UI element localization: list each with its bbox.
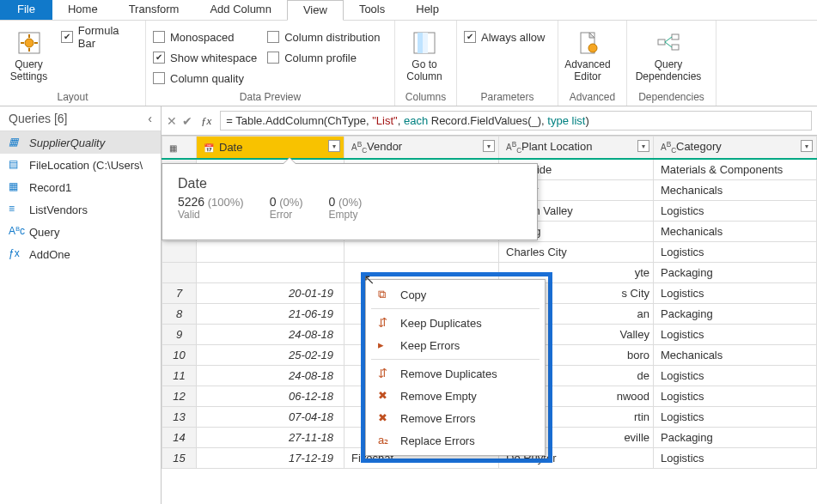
cell-category[interactable]: Mechanicals bbox=[654, 222, 817, 242]
monospaced-label: Monospaced bbox=[170, 31, 234, 44]
cell-category[interactable]: Packaging bbox=[654, 428, 817, 448]
quality-checkbox[interactable]: Column quality bbox=[153, 69, 257, 88]
cancel-formula-icon[interactable]: ✕ bbox=[167, 114, 177, 128]
gear-icon bbox=[15, 29, 43, 57]
row-number: 14 bbox=[162, 428, 197, 448]
cell-date[interactable]: 06-12-18 bbox=[197, 386, 344, 407]
menu-home[interactable]: Home bbox=[52, 0, 113, 20]
cell-plant[interactable]: Charles City bbox=[499, 242, 654, 263]
context-replace-errors[interactable]: a₂Replace Errors bbox=[366, 429, 545, 452]
fx-icon[interactable]: ƒx bbox=[196, 114, 216, 128]
query-item-4[interactable]: AᴮcQuery bbox=[0, 221, 161, 243]
monospaced-checkbox[interactable]: Monospaced bbox=[153, 27, 257, 46]
cell-category[interactable]: Logistics bbox=[654, 325, 817, 345]
context-remove-errors[interactable]: ✖Remove Errors bbox=[366, 407, 545, 429]
cell-category[interactable]: Mechanicals bbox=[654, 180, 817, 201]
menu-transform[interactable]: Transform bbox=[113, 0, 195, 20]
profile-checkbox[interactable]: Column profile bbox=[267, 48, 380, 67]
filter-dropdown-icon[interactable]: ▾ bbox=[483, 140, 495, 152]
column-header-category[interactable]: ABCCategory▾ bbox=[654, 137, 817, 160]
distribution-label: Column distribution bbox=[284, 31, 380, 44]
cell-category[interactable]: Logistics bbox=[654, 407, 817, 428]
row-number: 11 bbox=[162, 366, 197, 386]
cell-vendor[interactable] bbox=[344, 242, 499, 263]
row-header[interactable]: ▦ bbox=[162, 137, 197, 160]
date-type-icon: 📅 bbox=[204, 143, 219, 153]
cell-category[interactable]: Logistics bbox=[654, 201, 817, 222]
cell-date[interactable]: 24-08-18 bbox=[197, 325, 344, 345]
filter-dropdown-icon[interactable]: ▾ bbox=[801, 140, 813, 152]
menu-add-column[interactable]: Add Column bbox=[194, 0, 287, 20]
tooltip-empty-label: Empty bbox=[329, 209, 363, 221]
column-label: Vendor bbox=[367, 140, 402, 153]
cell-date[interactable]: 07-04-18 bbox=[197, 407, 344, 428]
cell-category[interactable]: Logistics bbox=[654, 448, 817, 469]
table-icon: ▦ bbox=[169, 143, 185, 153]
menu-help[interactable]: Help bbox=[400, 0, 454, 20]
table-row[interactable]: Charles CityLogistics bbox=[162, 242, 817, 263]
cell-category[interactable]: Materials & Components bbox=[654, 159, 817, 180]
cell-category[interactable]: Packaging bbox=[654, 263, 817, 283]
cell-category[interactable]: Logistics bbox=[654, 386, 817, 407]
context-keep-errors[interactable]: ▸Keep Errors bbox=[366, 334, 545, 356]
context-remove-duplicates[interactable]: ⇵Remove Duplicates bbox=[366, 362, 545, 385]
formula-keyword: each bbox=[404, 114, 428, 127]
query-item-2[interactable]: ▦Record1 bbox=[0, 176, 161, 198]
distribution-checkbox[interactable]: Column distribution bbox=[267, 27, 380, 46]
always-allow-checkbox[interactable]: Always allow bbox=[464, 27, 545, 46]
context-copy[interactable]: ⧉Copy bbox=[366, 283, 545, 306]
column-header-date[interactable]: 📅Date▾ bbox=[197, 137, 344, 160]
cell-category[interactable]: Logistics bbox=[654, 366, 817, 386]
cell-date[interactable] bbox=[197, 263, 344, 283]
cell-date[interactable]: 25-02-19 bbox=[197, 345, 344, 366]
formula-text: = Table.AddColumn(ChType, bbox=[226, 114, 372, 127]
cell-category[interactable]: Packaging bbox=[654, 304, 817, 325]
cell-date[interactable]: 24-08-18 bbox=[197, 366, 344, 386]
column-header-plant[interactable]: ABCPlant Location▾ bbox=[499, 137, 654, 160]
query-item-3[interactable]: ≡ListVendors bbox=[0, 198, 161, 221]
ribbon: Query Settings Formula Bar Layout Monosp… bbox=[0, 21, 817, 106]
cell-date[interactable]: 27-11-18 bbox=[197, 428, 344, 448]
context-remove-empty[interactable]: ✖Remove Empty bbox=[366, 385, 545, 407]
query-list-icon: ≡ bbox=[9, 203, 22, 216]
group-title-params: Parameters bbox=[464, 89, 551, 106]
cell-category[interactable]: Mechanicals bbox=[654, 345, 817, 366]
query-settings-button[interactable]: Query Settings bbox=[7, 27, 51, 82]
cell-date[interactable]: 17-12-19 bbox=[197, 448, 344, 469]
row-number bbox=[162, 263, 197, 283]
menu-tools[interactable]: Tools bbox=[344, 0, 400, 20]
cell-date[interactable] bbox=[197, 242, 344, 263]
column-label: Date bbox=[219, 141, 242, 154]
tooltip-column-name: Date bbox=[178, 176, 521, 191]
formula-input[interactable]: = Table.AddColumn(ChType, "List", each R… bbox=[220, 111, 812, 131]
context-keep-duplicates[interactable]: ⇵Keep Duplicates bbox=[366, 312, 545, 334]
replace-err-icon: a₂ bbox=[378, 434, 392, 447]
collapse-panel-icon[interactable]: ‹ bbox=[148, 112, 152, 125]
query-item-0[interactable]: ▦SupplierQuality bbox=[0, 131, 161, 154]
tooltip-empty-count: 0 bbox=[329, 195, 336, 209]
query-dependencies-button[interactable]: Query Dependencies bbox=[634, 27, 703, 82]
filter-dropdown-icon[interactable]: ▾ bbox=[637, 140, 649, 152]
query-item-1[interactable]: ▤FileLocation (C:\Users\ bbox=[0, 154, 161, 176]
formula-bar-checkbox[interactable]: Formula Bar bbox=[61, 27, 138, 46]
menu-file[interactable]: File bbox=[0, 0, 52, 20]
menu-view[interactable]: View bbox=[287, 0, 344, 21]
remove-err-icon: ✖ bbox=[378, 411, 392, 425]
checkbox-icon bbox=[153, 52, 165, 64]
query-item-5[interactable]: ƒxAddOne bbox=[0, 243, 161, 265]
cell-date[interactable]: 20-01-19 bbox=[197, 283, 344, 304]
advanced-editor-button[interactable]: Advanced Editor bbox=[565, 27, 610, 82]
svg-point-1 bbox=[25, 39, 34, 47]
cell-date[interactable]: 21-06-19 bbox=[197, 304, 344, 325]
cell-category[interactable]: Logistics bbox=[654, 283, 817, 304]
query-item-label: Record1 bbox=[29, 181, 71, 194]
cell-category[interactable]: Logistics bbox=[654, 242, 817, 263]
column-header-vendor[interactable]: ABCVendor▾ bbox=[344, 137, 499, 160]
accept-formula-icon[interactable]: ✔ bbox=[182, 114, 192, 128]
goto-column-button[interactable]: Go to Column bbox=[402, 27, 447, 82]
context-menu: ⧉Copy ⇵Keep Duplicates ▸Keep Errors ⇵Rem… bbox=[365, 279, 546, 456]
filter-dropdown-icon[interactable]: ▾ bbox=[328, 140, 340, 152]
whitespace-checkbox[interactable]: Show whitespace bbox=[153, 48, 257, 67]
tooltip-valid-count: 5226 bbox=[178, 195, 204, 209]
text-type-icon: ABC bbox=[351, 140, 367, 155]
